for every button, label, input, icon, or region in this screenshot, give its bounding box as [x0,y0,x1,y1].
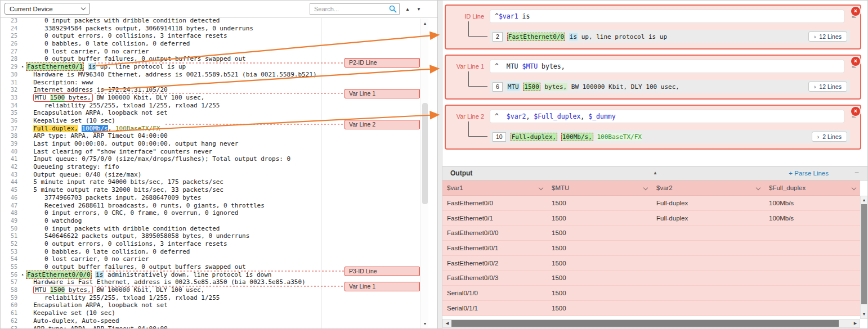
line-text: 0 babbles, 0 late collision, 0 deferred [26,40,190,48]
chevron-down-icon[interactable] [643,186,648,190]
lines-count-button[interactable]: › 12 Lines [808,31,847,42]
editor-vertical-scrollbar[interactable]: ▲ ▼ [420,19,428,328]
fold-gutter [19,40,26,48]
token: 0 lost carrier, 0 no carrier [26,255,149,263]
token: 5 minute output rate 32000 bits/sec, 33 … [26,186,223,193]
table-cell: 1500 [547,286,652,300]
close-icon[interactable]: × [851,57,860,66]
table-row[interactable]: Serial0/1/01500 [442,286,860,301]
editor-line: 56▴FastEthernet0/0/0 is administratively… [0,271,321,279]
pattern-box-id-line: × ID Line ^$var1 is ≡ 2 FastEthernet0/0 … [445,4,861,49]
fold-marker-icon[interactable]: ▴ [19,63,26,71]
token: Description: www [26,79,93,86]
table-cell: 1500 [547,241,652,255]
line-text: Input queue: 0/75/0/0 (size/max/drops/fl… [26,155,290,163]
editor-line: 60 Encapsulation ARPA, loopback not set [0,301,321,309]
editor-line: 23 0 input packets with dribble conditio… [0,17,321,25]
search-next-button[interactable]: ▼ [414,5,423,13]
scrollbar-thumb[interactable] [451,320,839,327]
fold-gutter [19,209,26,217]
editor-line: 28 0 output buffer failures, 0 output bu… [0,55,321,63]
token: Output queue: 0/40 (size/max) [26,171,141,178]
line-number: 26 [0,40,19,48]
column-header-Full_duplex[interactable]: $Full_duplex [764,181,860,195]
fold-marker-icon[interactable]: ▴ [19,271,26,279]
line-number: 46 [0,194,19,202]
chevron-down-icon[interactable] [539,186,543,190]
table-cell: 100Mb/s [764,196,860,210]
scroll-left-icon[interactable]: ◀ [444,319,451,327]
token: 540646622 packets output, 3895058058 byt… [26,232,249,240]
line-number: 40 [0,148,19,156]
pattern-input-var-line-2[interactable]: ^ $var2, $Full_duplex, $_dummy [490,110,844,123]
table-row[interactable]: FastEthernet0/0/11500 [442,241,860,256]
editor-line: 43 Output queue: 0/40 (size/max) [0,171,321,179]
lines-count-button[interactable]: › 12 Lines [808,82,847,92]
scroll-up-icon[interactable]: ▲ [421,20,429,27]
lines-count-button[interactable]: › 2 Lines [812,132,847,142]
token: ^ [495,12,499,20]
collapse-icon[interactable]: ▲ [653,170,657,175]
scroll-right-icon[interactable]: ▶ [852,319,859,327]
token: $var2 [507,112,526,120]
chevron-down-icon[interactable] [756,186,760,190]
table-cell: Full-duplex [652,196,764,210]
editor-line: 63 ARP type: ARPA, ARP Timeout 04:00:00 [0,325,321,329]
line-text: 0 input packets with dribble condition d… [26,17,220,25]
token: 3774966703 packets input, 2688647009 byt… [26,194,201,201]
scrollbar-thumb[interactable] [422,103,428,204]
close-icon[interactable]: × [851,7,860,16]
table-row[interactable]: Serial0/1/11500 [442,301,860,316]
column-header-MTU[interactable]: $MTU [547,181,652,195]
close-icon[interactable]: × [851,107,860,116]
editor-line: 44 5 minute input rate 94000 bits/sec, 1… [0,178,321,186]
table-cell: 1500 [547,271,652,285]
search-input[interactable] [314,6,389,12]
column-header-var1[interactable]: $var1 [442,181,547,195]
table-row[interactable]: FastEthernet0/01500Full-duplex100Mb/s [442,196,860,211]
line-text: 5 minute output rate 32000 bits/sec, 33 … [26,186,223,194]
table-row[interactable]: FastEthernet0/0/31500 [442,271,860,286]
fold-gutter [19,132,26,140]
config-editor[interactable]: 23 0 input packets with dribble conditio… [0,0,438,329]
search-prev-button[interactable]: ▲ [403,5,412,13]
scroll-down-icon[interactable]: ▼ [861,311,867,318]
fold-gutter [19,163,26,171]
line-text: Full-duplex, 100Mb/s, 100BaseTX/FX [26,125,160,133]
token: FastEthernet0/1 [26,62,84,71]
output-section-header: Output ▲ + Parse Lines − [442,166,868,181]
line-number: 48 [0,209,19,217]
output-horizontal-scrollbar[interactable]: ◀ ▶ [442,319,860,328]
fold-gutter [19,286,26,294]
scrollbar-thumb[interactable] [861,204,867,304]
token: 0 lost carrier, 0 no carrier [26,48,149,55]
token: , [580,112,588,120]
table-cell: FastEthernet0/0/2 [442,256,547,271]
pattern-input-id-line[interactable]: ^$var1 is [490,10,844,23]
fold-gutter [19,255,26,263]
search-icon[interactable] [389,5,397,13]
token: Input queue: 0/75/0/0 (size/max/drops/fl… [26,155,290,163]
token: Encapsulation ARPA, loopback not set [26,301,168,309]
sample-line-number: 10 [493,132,506,142]
table-row[interactable]: FastEthernet0/0/21500 [442,256,860,271]
device-selector-dropdown[interactable]: Current Device [5,3,90,15]
parse-lines-link[interactable]: + Parse Lines [789,170,829,177]
minimize-icon[interactable]: − [854,168,859,177]
column-header-var2[interactable]: $var2 [652,181,764,195]
token: is [88,63,96,70]
fold-gutter [19,48,26,56]
table-row[interactable]: FastEthernet0/11500Full-duplex100Mb/s [442,211,860,226]
line-number: 36 [0,117,19,125]
sample-line: 10 Full-duplex, 100Mb/s, 100BaseTX/FX › … [490,130,850,143]
token: up, line protocol is up [96,63,186,70]
token: BW 100000 Kbit, DLY 100 usec, [93,286,205,294]
output-vertical-scrollbar[interactable]: ▲ ▼ [860,196,868,319]
chevron-down-icon[interactable] [852,186,856,190]
table-row[interactable]: FastEthernet0/0/01500 [442,226,860,241]
token: MTU [507,83,520,91]
token: Keepalive set (10 sec) [26,117,115,124]
pattern-input-var-line-1[interactable]: ^ MTU $MTU bytes, [490,60,844,73]
scroll-down-icon[interactable]: ▼ [421,320,429,327]
scroll-up-icon[interactable]: ▲ [861,197,867,204]
